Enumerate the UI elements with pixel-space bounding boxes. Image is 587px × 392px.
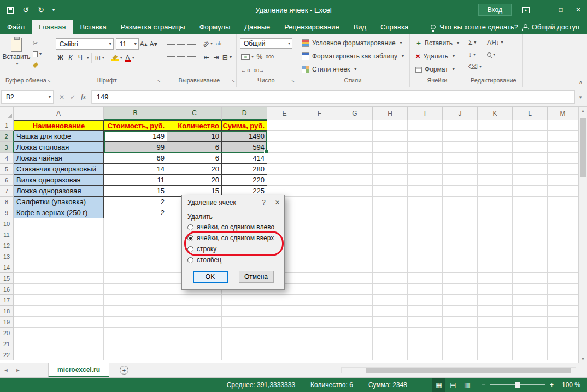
cell-E21[interactable]	[267, 338, 302, 349]
cell-C4[interactable]: 6	[167, 153, 222, 164]
font-dialog-launcher-icon[interactable]: ↘	[157, 79, 161, 84]
alignment-dialog-launcher-icon[interactable]: ↘	[231, 79, 235, 84]
underline-options-icon[interactable]: ▾	[87, 56, 89, 60]
cell-G7[interactable]	[337, 186, 373, 197]
cell-A7[interactable]: Ложка одноразовая	[14, 186, 104, 197]
format-button[interactable]: Формат▾	[413, 63, 461, 75]
cell-J12[interactable]	[443, 240, 478, 251]
cell-K9[interactable]	[478, 207, 513, 218]
row-header-17[interactable]: 17	[0, 295, 14, 306]
format-as-table-button[interactable]: Форматировать как таблицу▾	[300, 50, 406, 62]
cell-G21[interactable]	[337, 338, 373, 349]
cell-E18[interactable]	[267, 306, 302, 317]
cell-B11[interactable]	[104, 229, 167, 240]
close-button[interactable]: ✕	[570, 0, 587, 20]
font-name-combo[interactable]: Calibri▾	[56, 38, 114, 50]
cell-H3[interactable]	[373, 142, 408, 153]
cell-L16[interactable]	[513, 284, 548, 295]
ribbon-tab-6[interactable]: Данные	[237, 20, 277, 34]
find-select-button[interactable]: ▾	[487, 50, 503, 59]
cell-B15[interactable]	[104, 273, 167, 284]
row-header-11[interactable]: 11	[0, 229, 14, 240]
cell-B16[interactable]	[104, 284, 167, 295]
dialog-help-button[interactable]: ?	[257, 199, 271, 206]
page-layout-view-button[interactable]: ▤	[447, 378, 460, 392]
cell-G2[interactable]	[337, 131, 373, 142]
column-header-G[interactable]: G	[337, 107, 373, 120]
cell-K3[interactable]	[478, 142, 513, 153]
cell-F3[interactable]	[302, 142, 337, 153]
cell-E2[interactable]	[267, 131, 302, 142]
cell-I12[interactable]	[408, 240, 443, 251]
cell-K16[interactable]	[478, 284, 513, 295]
cell-H14[interactable]	[373, 262, 408, 273]
cell-M9[interactable]	[548, 207, 578, 218]
column-header-L[interactable]: L	[513, 107, 548, 120]
cell-C5[interactable]: 20	[167, 164, 222, 175]
cell-F14[interactable]	[302, 262, 337, 273]
cell-F11[interactable]	[302, 229, 337, 240]
cell-J5[interactable]	[443, 164, 478, 175]
cell-B13[interactable]	[104, 251, 167, 262]
cell-E20[interactable]	[267, 328, 302, 338]
tell-me-box[interactable]: Что вы хотите сделать?	[431, 20, 518, 34]
format-painter-button[interactable]	[33, 61, 42, 69]
cell-A21[interactable]	[14, 338, 104, 349]
cell-M6[interactable]	[548, 175, 578, 186]
zoom-level[interactable]: 100 %	[559, 381, 580, 389]
cell-J9[interactable]	[443, 207, 478, 218]
cell-J22[interactable]	[443, 349, 478, 360]
bold-button[interactable]: Ж	[56, 52, 66, 63]
cell-C20[interactable]	[167, 328, 222, 338]
cell-C2[interactable]: 10	[167, 131, 222, 142]
ribbon-display-options-button[interactable]: ▲	[517, 0, 535, 20]
cell-D5[interactable]: 280	[222, 164, 267, 175]
cell-F7[interactable]	[302, 186, 337, 197]
column-header-J[interactable]: J	[443, 107, 478, 120]
cell-J18[interactable]	[443, 306, 478, 317]
cell-M12[interactable]	[548, 240, 578, 251]
cell-J15[interactable]	[443, 273, 478, 284]
cell-I9[interactable]	[408, 207, 443, 218]
row-header-2[interactable]: 2	[0, 131, 14, 142]
cell-F13[interactable]	[302, 251, 337, 262]
cell-J6[interactable]	[443, 175, 478, 186]
cell-A11[interactable]	[14, 229, 104, 240]
cell-L15[interactable]	[513, 273, 548, 284]
cell-I20[interactable]	[408, 328, 443, 338]
cell-K10[interactable]	[478, 218, 513, 229]
cell-L2[interactable]	[513, 131, 548, 142]
sheet-nav-left-button[interactable]: ◄	[0, 363, 12, 377]
comma-style-button[interactable]: 000	[265, 51, 275, 62]
column-header-A[interactable]: A	[14, 107, 104, 120]
autosum-button[interactable]: Σ▾	[468, 38, 482, 47]
cell-K1[interactable]	[478, 120, 513, 131]
cell-E3[interactable]	[267, 142, 302, 153]
row-header-18[interactable]: 18	[0, 306, 14, 317]
cell-H10[interactable]	[373, 218, 408, 229]
zoom-out-button[interactable]: −	[482, 381, 485, 389]
cell-K11[interactable]	[478, 229, 513, 240]
column-header-H[interactable]: H	[373, 107, 408, 120]
cell-L1[interactable]	[513, 120, 548, 131]
cell-D4[interactable]: 414	[222, 153, 267, 164]
cell-F22[interactable]	[302, 349, 337, 360]
cell-J11[interactable]	[443, 229, 478, 240]
cell-A22[interactable]	[14, 349, 104, 360]
cell-F1[interactable]	[302, 120, 337, 131]
cell-F15[interactable]	[302, 273, 337, 284]
cell-M7[interactable]	[548, 186, 578, 197]
wrap-text-button[interactable]: ab	[214, 38, 224, 49]
cell-A9[interactable]: Кофе в зернах (250 г)	[14, 207, 104, 218]
enter-entry-button[interactable]: ✓	[70, 93, 75, 101]
column-header-F[interactable]: F	[302, 107, 337, 120]
cell-H21[interactable]	[373, 338, 408, 349]
cell-L12[interactable]	[513, 240, 548, 251]
cell-L14[interactable]	[513, 262, 548, 273]
cell-A6[interactable]: Вилка одноразовая	[14, 175, 104, 186]
cell-K7[interactable]	[478, 186, 513, 197]
cell-F19[interactable]	[302, 317, 337, 328]
collapse-ribbon-button[interactable]: ∧	[579, 79, 583, 85]
cell-B2[interactable]: 149	[104, 131, 167, 142]
cell-L18[interactable]	[513, 306, 548, 317]
